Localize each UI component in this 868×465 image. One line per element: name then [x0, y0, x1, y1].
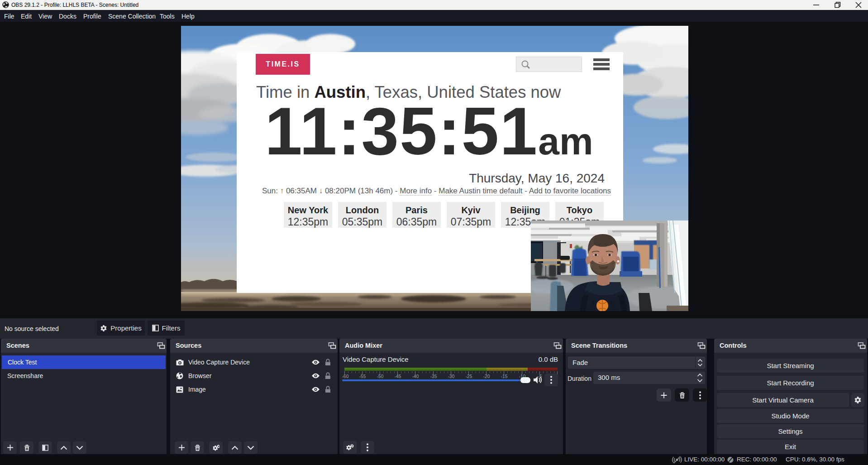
svg-text:-50: -50 — [377, 374, 384, 379]
svg-text:-30: -30 — [448, 374, 455, 379]
svg-text:-40: -40 — [412, 374, 419, 379]
svg-text:-35: -35 — [430, 374, 437, 379]
svg-text:-55: -55 — [359, 374, 366, 379]
svg-text:-20: -20 — [483, 374, 490, 379]
svg-text:-25: -25 — [466, 374, 472, 379]
svg-text:-45: -45 — [395, 374, 401, 379]
svg-text:-60: -60 — [342, 374, 349, 379]
svg-text:-15: -15 — [501, 374, 508, 379]
